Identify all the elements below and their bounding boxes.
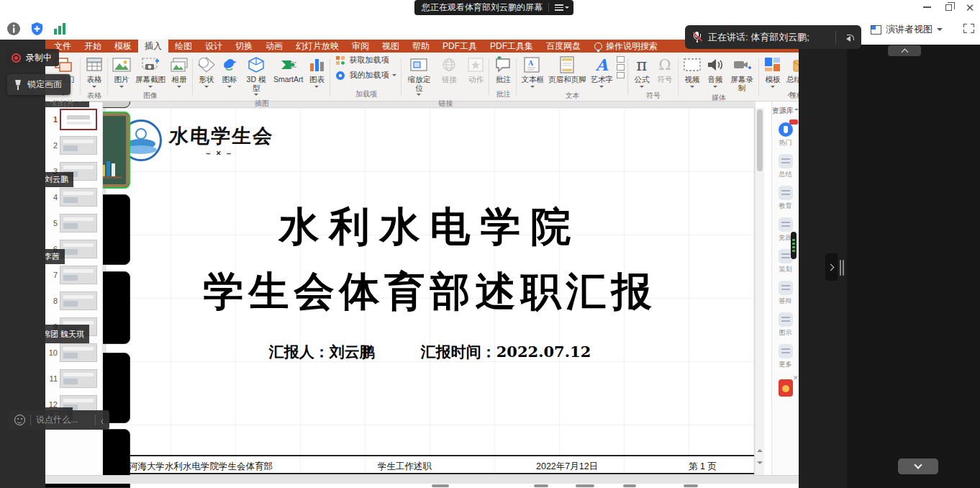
scroll-participants-up-button[interactable]: [888, 45, 921, 56]
equation-button[interactable]: π 公式: [630, 55, 653, 91]
view-mode-button[interactable]: 演讲者视图: [871, 23, 943, 36]
emoji-icon[interactable]: [14, 415, 25, 425]
wordart-button[interactable]: A 艺术字: [588, 55, 615, 91]
hyperlink-icon: [440, 55, 458, 74]
audio-button[interactable]: 音频: [704, 55, 727, 91]
slide-thumbnail-10[interactable]: 10: [45, 340, 102, 366]
quick-chat-bar[interactable]: 说点什么... ‹: [9, 410, 109, 430]
tab-home[interactable]: 开始: [78, 40, 108, 53]
3d-models-button[interactable]: 3D 模型: [241, 55, 271, 99]
shapes-button[interactable]: 形状: [195, 55, 218, 91]
resource-item-education[interactable]: 教育: [779, 186, 793, 211]
pi-icon: π: [632, 55, 651, 74]
symbol-button[interactable]: Ω 符号: [653, 55, 676, 85]
fullscreen-button[interactable]: [963, 24, 974, 33]
slide-thumbnail-2[interactable]: 2: [45, 132, 102, 158]
minimize-button[interactable]: [921, 2, 933, 12]
close-button[interactable]: ✕: [964, 2, 976, 12]
slide-thumbnail-11[interactable]: 11: [45, 366, 102, 392]
panel-resize-handle[interactable]: [840, 260, 844, 276]
video-button[interactable]: 视频: [681, 55, 704, 91]
my-addins-button[interactable]: 我的加载项: [335, 70, 396, 81]
tab-design[interactable]: 设计: [199, 40, 229, 53]
security-shield-icon[interactable]: [29, 21, 45, 37]
resource-item-diagram[interactable]: 图示: [779, 312, 793, 338]
tab-slideshow[interactable]: 幻灯片放映: [289, 40, 345, 53]
slide-canvas[interactable]: 水电学生会 ～✕～ 水利水电学院 学生会体育部述职汇报 汇报人：刘云鹏 汇报时间…: [106, 108, 754, 476]
textbox-button[interactable]: A 文本框: [519, 55, 546, 91]
text-extra-icons[interactable]: [617, 56, 625, 78]
slide-thumbnail-7[interactable]: 7: [45, 262, 102, 288]
tab-insert[interactable]: 插入: [138, 40, 168, 53]
dropdown-caret: [119, 86, 124, 90]
chart-button[interactable]: 图表: [305, 55, 328, 91]
tab-transitions[interactable]: 切换: [229, 40, 259, 53]
resource-item-hot[interactable]: 热门: [779, 122, 793, 148]
stats-bars-icon[interactable]: [52, 21, 68, 37]
resource-library-header[interactable]: 资源库: [772, 106, 799, 116]
screen-record-button[interactable]: 屏幕录制: [727, 55, 757, 93]
smartart-button[interactable]: SmartArt: [271, 55, 305, 85]
comment-button[interactable]: 批注: [491, 55, 514, 85]
scroll-participants-down-button[interactable]: [898, 458, 938, 474]
reply-arrow-icon[interactable]: [843, 33, 854, 42]
picture-button[interactable]: 图片: [110, 55, 133, 91]
photo-album-button[interactable]: 相册: [168, 55, 191, 91]
get-addins-button[interactable]: 获取加载项: [335, 55, 396, 65]
next-slide-button[interactable]: [756, 458, 764, 468]
tab-draw[interactable]: 绘图: [168, 40, 199, 53]
thumbnail-preview: [60, 240, 97, 258]
collapse-ribbon-button[interactable]: [786, 91, 796, 98]
chat-input-placeholder[interactable]: 说点什么...: [36, 414, 90, 426]
table-button[interactable]: 表格: [83, 55, 106, 91]
dropdown-caret: [771, 86, 775, 90]
screenshot-icon: [141, 55, 160, 74]
slide-thumbnail-4[interactable]: 4: [45, 184, 102, 210]
lock-screen-tooltip[interactable]: 锁定画面: [7, 74, 71, 95]
tab-pdf-tools[interactable]: PDF工具: [436, 40, 484, 53]
screenshot-button[interactable]: 屏幕截图: [133, 55, 168, 91]
tab-template[interactable]: 模板: [108, 40, 138, 53]
collapse-chat-icon[interactable]: ‹: [101, 413, 104, 428]
zoom-link-button[interactable]: 缩放定位: [404, 55, 434, 99]
tab-baidu-netdisk[interactable]: 百度网盘: [540, 40, 587, 53]
group-illustrations: 形状 图标 3D 模型: [193, 53, 330, 101]
report-time-text: 汇报时间：2022.07.12: [421, 342, 591, 362]
view-mode-label: 演讲者视图: [886, 23, 933, 36]
recording-indicator: 录制中: [6, 49, 59, 66]
collapse-video-panel-button[interactable]: [825, 253, 838, 281]
slide-thumbnail-8[interactable]: 8: [45, 288, 102, 314]
lock-screen-label: 锁定画面: [27, 78, 62, 91]
tell-me-search-label: 操作说明搜索: [606, 40, 658, 53]
tab-view[interactable]: 视图: [376, 40, 406, 53]
slide-logo: 水电学生会 ～✕～: [120, 119, 273, 161]
slide-thumbnail-5[interactable]: 5: [45, 210, 102, 236]
action-button[interactable]: 动作: [464, 55, 487, 85]
scrollbar-thumb[interactable]: [757, 109, 763, 171]
hyperlink-button[interactable]: 链接: [434, 55, 464, 85]
resource-item-more[interactable]: 更多: [779, 344, 793, 369]
header-footer-button[interactable]: 页眉和页脚: [546, 55, 589, 85]
tab-review[interactable]: 审阅: [345, 40, 376, 53]
slide-scrollbar[interactable]: [756, 108, 764, 476]
dropdown-caret: [92, 86, 96, 90]
group-table: 表格 表格: [81, 53, 108, 101]
template-button[interactable]: 模板: [761, 55, 784, 91]
tab-pdf-toolset[interactable]: PDF工具集: [484, 40, 540, 53]
icons-button[interactable]: 图标: [218, 55, 241, 91]
banner-menu-icon[interactable]: [555, 4, 569, 11]
floating-toolbar-handle[interactable]: [791, 232, 797, 259]
slide-thumbnail-1[interactable]: 1: [45, 107, 102, 132]
close-icon[interactable]: ✕: [793, 374, 799, 381]
tab-animations[interactable]: 动画: [259, 40, 289, 53]
tell-me-search[interactable]: 操作说明搜索: [587, 40, 665, 53]
restore-button[interactable]: [943, 2, 954, 12]
resource-item-defense[interactable]: 答辩: [779, 281, 793, 306]
previous-slide-button[interactable]: [756, 445, 764, 455]
tab-help[interactable]: 帮助: [406, 40, 436, 53]
resource-item-summary[interactable]: 总结: [779, 154, 793, 179]
thumbnail-preview: [60, 292, 97, 310]
thumbnail-preview: [60, 266, 97, 284]
red-packet-promo-icon[interactable]: ✕: [779, 379, 793, 397]
info-icon[interactable]: [6, 21, 22, 37]
